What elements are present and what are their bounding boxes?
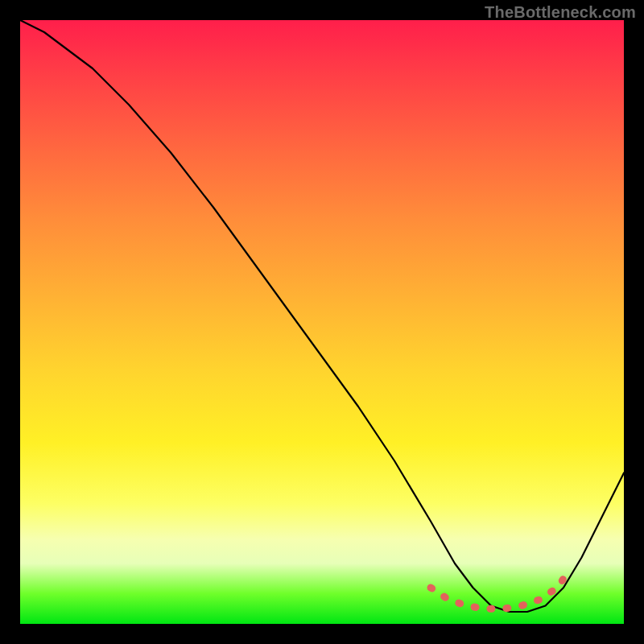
chart-svg xyxy=(20,20,624,624)
chart-frame: TheBottleneck.com xyxy=(0,0,644,644)
watermark-text: TheBottleneck.com xyxy=(485,3,636,22)
plot-area xyxy=(20,20,624,624)
bottleneck-curve xyxy=(20,20,624,612)
